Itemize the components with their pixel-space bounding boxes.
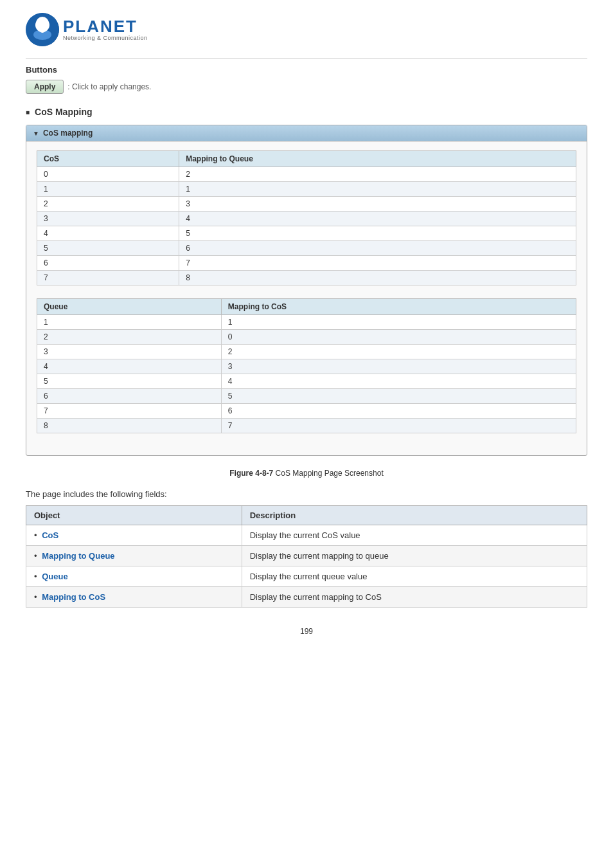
queue-value: 4 — [37, 359, 222, 374]
svg-point-1 — [36, 17, 49, 30]
table-row: 78 — [37, 271, 576, 285]
table-row: 20 — [37, 330, 576, 345]
table-row: 34 — [37, 212, 576, 226]
mapping-queue-value: 6 — [179, 241, 576, 256]
cos-mapping-section-title: CoS Mapping — [26, 107, 587, 117]
buttons-section-title: Buttons — [26, 65, 587, 75]
cos-value: 0 — [37, 167, 179, 182]
panel-header: CoS mapping — [26, 125, 587, 141]
cos-value: 4 — [37, 226, 179, 241]
logo-area: PLANET Networking & Communication — [26, 13, 587, 46]
table-row: 11 — [37, 315, 576, 330]
table-row: 76 — [37, 404, 576, 419]
field-description: Display the current mapping to queue — [242, 546, 587, 566]
cos-value: 1 — [37, 182, 179, 197]
buttons-section: Buttons Apply : Click to apply changes. — [26, 65, 587, 94]
table-row: 32 — [37, 345, 576, 359]
apply-description: : Click to apply changes. — [67, 82, 151, 91]
field-description: Display the current mapping to CoS — [242, 587, 587, 608]
logo-text: PLANET Networking & Communication — [63, 18, 148, 41]
cos-value: 5 — [37, 241, 179, 256]
svg-point-2 — [33, 30, 51, 40]
list-item: • Mapping to CoSDisplay the current mapp… — [26, 587, 587, 608]
table-row: 65 — [37, 389, 576, 404]
apply-button[interactable]: Apply — [26, 80, 64, 94]
cos-value: 6 — [37, 256, 179, 271]
mapping-queue-value: 4 — [179, 212, 576, 226]
list-item: • Mapping to QueueDisplay the current ma… — [26, 546, 587, 566]
field-object: • Queue — [26, 566, 242, 587]
svg-point-3 — [39, 26, 46, 33]
mapping-queue-value: 5 — [179, 226, 576, 241]
table-row: 67 — [37, 256, 576, 271]
cos-mapping-panel: CoS mapping CoS Mapping to Queue 0211233… — [26, 125, 587, 456]
page-number: 199 — [26, 627, 587, 636]
table-row: 54 — [37, 374, 576, 389]
queue-value: 7 — [37, 404, 222, 419]
brand-subtitle: Networking & Communication — [63, 35, 148, 41]
cos-value: 2 — [37, 197, 179, 212]
logo-icon — [26, 13, 59, 46]
fields-table: Object Description • CoSDisplay the curr… — [26, 505, 587, 608]
figure-label: Figure 4-8-7 — [229, 469, 273, 478]
brand-name: PLANET — [63, 18, 148, 35]
queue-col-header: Queue — [37, 299, 222, 315]
svg-point-0 — [26, 13, 59, 46]
table-row: 43 — [37, 359, 576, 374]
list-item: • CoSDisplay the current CoS value — [26, 525, 587, 546]
queue-to-cos-table: Queue Mapping to CoS 1120324354657687 — [37, 298, 576, 433]
mapping-queue-value: 8 — [179, 271, 576, 285]
mapping-queue-value: 2 — [179, 167, 576, 182]
mapping-cos-value: 5 — [221, 389, 576, 404]
field-object: • CoS — [26, 525, 242, 546]
cos-col-header: CoS — [37, 151, 179, 167]
table-row: 56 — [37, 241, 576, 256]
figure-text: CoS Mapping Page Screenshot — [273, 469, 383, 478]
mapping-cos-value: 4 — [221, 374, 576, 389]
queue-value: 6 — [37, 389, 222, 404]
mapping-cos-value: 1 — [221, 315, 576, 330]
queue-value: 1 — [37, 315, 222, 330]
mapping-cos-value: 6 — [221, 404, 576, 419]
queue-value: 3 — [37, 345, 222, 359]
queue-value: 2 — [37, 330, 222, 345]
mapping-queue-col-header: Mapping to Queue — [179, 151, 576, 167]
list-item: • QueueDisplay the current queue value — [26, 566, 587, 587]
queue-value: 5 — [37, 374, 222, 389]
mapping-cos-value: 7 — [221, 419, 576, 433]
field-description: Display the current queue value — [242, 566, 587, 587]
table-row: 11 — [37, 182, 576, 197]
mapping-queue-value: 1 — [179, 182, 576, 197]
field-object: • Mapping to Queue — [26, 546, 242, 566]
table-row: 45 — [37, 226, 576, 241]
description-col-header: Description — [242, 506, 587, 525]
field-object: • Mapping to CoS — [26, 587, 242, 608]
cos-value: 3 — [37, 212, 179, 226]
divider — [26, 58, 587, 59]
mapping-cos-value: 0 — [221, 330, 576, 345]
mapping-queue-value: 7 — [179, 256, 576, 271]
mapping-cos-value: 2 — [221, 345, 576, 359]
table-row: 23 — [37, 197, 576, 212]
table-row: 02 — [37, 167, 576, 182]
panel-body: CoS Mapping to Queue 0211233445566778 Qu… — [26, 141, 587, 455]
figure-caption: Figure 4-8-7 CoS Mapping Page Screenshot — [26, 469, 587, 478]
mapping-cos-col-header: Mapping to CoS — [221, 299, 576, 315]
object-col-header: Object — [26, 506, 242, 525]
cos-value: 7 — [37, 271, 179, 285]
queue-value: 8 — [37, 419, 222, 433]
cos-to-queue-table: CoS Mapping to Queue 0211233445566778 — [37, 150, 576, 285]
field-description: Display the current CoS value — [242, 525, 587, 546]
fields-intro: The page includes the following fields: — [26, 489, 587, 499]
mapping-cos-value: 3 — [221, 359, 576, 374]
table-row: 87 — [37, 419, 576, 433]
mapping-queue-value: 3 — [179, 197, 576, 212]
